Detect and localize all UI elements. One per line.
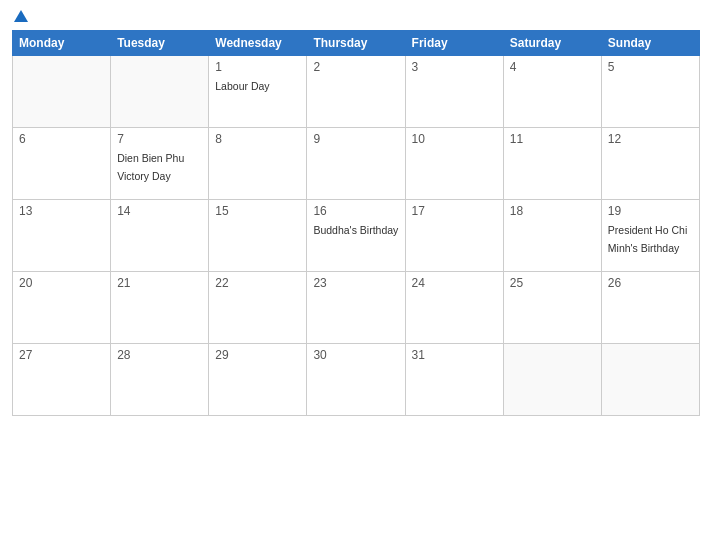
calendar-cell: 4 — [503, 56, 601, 128]
day-number: 1 — [215, 60, 300, 74]
day-number: 4 — [510, 60, 595, 74]
day-number: 8 — [215, 132, 300, 146]
day-number: 17 — [412, 204, 497, 218]
calendar-cell: 26 — [601, 272, 699, 344]
calendar-table: MondayTuesdayWednesdayThursdayFridaySatu… — [12, 30, 700, 416]
week-row-5: 2728293031 — [13, 344, 700, 416]
day-header-friday: Friday — [405, 31, 503, 56]
day-number: 28 — [117, 348, 202, 362]
calendar-cell — [503, 344, 601, 416]
day-header-tuesday: Tuesday — [111, 31, 209, 56]
calendar-cell: 21 — [111, 272, 209, 344]
calendar-cell: 8 — [209, 128, 307, 200]
day-number: 11 — [510, 132, 595, 146]
day-number: 5 — [608, 60, 693, 74]
day-number: 15 — [215, 204, 300, 218]
day-number: 30 — [313, 348, 398, 362]
day-number: 29 — [215, 348, 300, 362]
calendar-cell: 17 — [405, 200, 503, 272]
day-number: 25 — [510, 276, 595, 290]
calendar-cell: 15 — [209, 200, 307, 272]
day-header-sunday: Sunday — [601, 31, 699, 56]
calendar-cell: 25 — [503, 272, 601, 344]
calendar-cell: 11 — [503, 128, 601, 200]
day-header-thursday: Thursday — [307, 31, 405, 56]
day-number: 3 — [412, 60, 497, 74]
calendar-cell: 10 — [405, 128, 503, 200]
logo-triangle-icon — [14, 10, 28, 22]
calendar-cell: 27 — [13, 344, 111, 416]
day-number: 31 — [412, 348, 497, 362]
day-number: 14 — [117, 204, 202, 218]
calendar-cell — [601, 344, 699, 416]
day-number: 21 — [117, 276, 202, 290]
day-number: 26 — [608, 276, 693, 290]
calendar-page: MondayTuesdayWednesdayThursdayFridaySatu… — [0, 0, 712, 550]
day-number: 20 — [19, 276, 104, 290]
calendar-cell: 18 — [503, 200, 601, 272]
header — [12, 10, 700, 22]
calendar-cell: 16Buddha's Birthday — [307, 200, 405, 272]
week-row-3: 13141516Buddha's Birthday171819President… — [13, 200, 700, 272]
calendar-cell: 5 — [601, 56, 699, 128]
day-number: 18 — [510, 204, 595, 218]
calendar-cell: 31 — [405, 344, 503, 416]
day-number: 23 — [313, 276, 398, 290]
day-number: 10 — [412, 132, 497, 146]
day-number: 9 — [313, 132, 398, 146]
week-row-1: 1Labour Day2345 — [13, 56, 700, 128]
calendar-cell: 12 — [601, 128, 699, 200]
day-header-monday: Monday — [13, 31, 111, 56]
day-number: 13 — [19, 204, 104, 218]
calendar-cell: 20 — [13, 272, 111, 344]
calendar-cell: 23 — [307, 272, 405, 344]
calendar-cell: 2 — [307, 56, 405, 128]
week-row-2: 67Dien Bien Phu Victory Day89101112 — [13, 128, 700, 200]
day-number: 2 — [313, 60, 398, 74]
day-header-saturday: Saturday — [503, 31, 601, 56]
calendar-cell: 19President Ho Chi Minh's Birthday — [601, 200, 699, 272]
calendar-cell: 24 — [405, 272, 503, 344]
week-row-4: 20212223242526 — [13, 272, 700, 344]
day-number: 27 — [19, 348, 104, 362]
day-number: 24 — [412, 276, 497, 290]
day-number: 19 — [608, 204, 693, 218]
calendar-event: Labour Day — [215, 80, 269, 92]
calendar-cell: 14 — [111, 200, 209, 272]
day-number: 16 — [313, 204, 398, 218]
day-number: 7 — [117, 132, 202, 146]
day-number: 12 — [608, 132, 693, 146]
calendar-cell: 22 — [209, 272, 307, 344]
calendar-cell — [13, 56, 111, 128]
calendar-cell: 29 — [209, 344, 307, 416]
calendar-event: Buddha's Birthday — [313, 224, 398, 236]
calendar-cell: 3 — [405, 56, 503, 128]
calendar-cell: 13 — [13, 200, 111, 272]
calendar-cell: 28 — [111, 344, 209, 416]
calendar-cell — [111, 56, 209, 128]
calendar-cell: 30 — [307, 344, 405, 416]
calendar-event: Dien Bien Phu Victory Day — [117, 152, 184, 182]
calendar-cell: 7Dien Bien Phu Victory Day — [111, 128, 209, 200]
calendar-cell: 1Labour Day — [209, 56, 307, 128]
day-header-wednesday: Wednesday — [209, 31, 307, 56]
calendar-cell: 9 — [307, 128, 405, 200]
calendar-cell: 6 — [13, 128, 111, 200]
day-number: 22 — [215, 276, 300, 290]
day-number: 6 — [19, 132, 104, 146]
day-headers-row: MondayTuesdayWednesdayThursdayFridaySatu… — [13, 31, 700, 56]
calendar-event: President Ho Chi Minh's Birthday — [608, 224, 687, 254]
logo — [12, 10, 30, 22]
